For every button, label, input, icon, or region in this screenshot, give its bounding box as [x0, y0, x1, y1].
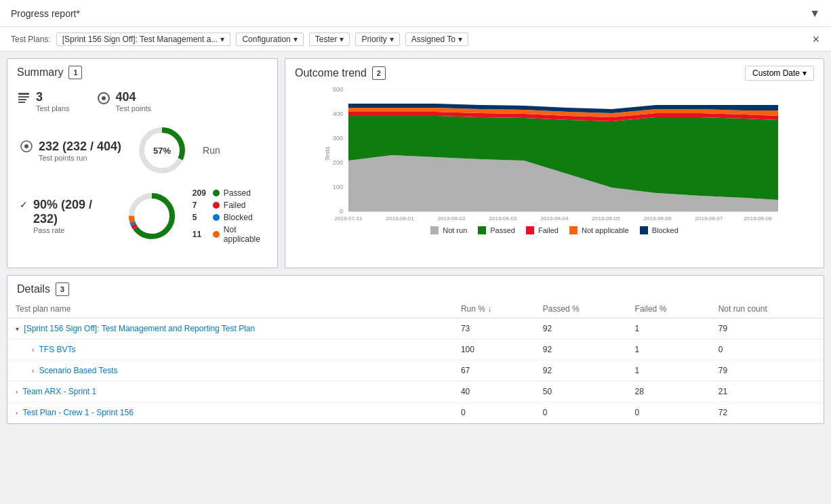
top-row: Summary 1 3 Test plans: [7, 58, 824, 268]
toolbar: Test Plans: [Sprint 156 Sign Off]: Test …: [0, 27, 831, 51]
expand-icon[interactable]: ▾: [16, 325, 19, 333]
child2-name-link[interactable]: Scenario Based Tests: [39, 366, 118, 375]
legend-passed-chart: Passed: [478, 226, 515, 234]
row3-failed: 0: [627, 402, 710, 423]
svg-text:2019-08-01: 2019-08-01: [386, 215, 414, 222]
child1-name-link[interactable]: TFS BVTs: [39, 345, 75, 354]
test-plan-filter[interactable]: [Sprint 156 Sign Off]: Test Management a…: [56, 33, 231, 46]
details-table: Test plan name Run % ↓ Passed % Failed %…: [7, 300, 824, 423]
close-button[interactable]: ✕: [812, 34, 820, 45]
details-header: Details 3: [7, 276, 824, 300]
row1-passed: 92: [535, 318, 627, 339]
checkmark-icon: ✓: [20, 199, 28, 210]
svg-rect-0: [18, 93, 29, 95]
child2-failed: 1: [627, 360, 710, 381]
pass-rate-label: Pass rate: [33, 226, 111, 234]
summary-title: Summary: [17, 66, 63, 79]
svg-text:0: 0: [340, 208, 343, 215]
pass-legend: 209 Passed 7 Failed 5 Blocked: [192, 188, 268, 244]
row1-name-link[interactable]: [Sprint 156 Sign Off]: Test Management a…: [24, 324, 255, 333]
run-percent-label: 57%: [153, 146, 171, 156]
legend-not-applicable-chart: Not applicable: [569, 226, 629, 234]
run-section: 232 (232 / 404) Test points run 57%: [17, 123, 268, 177]
custom-date-button[interactable]: Custom Date ▾: [745, 66, 814, 81]
col-test-plan-name: Test plan name: [7, 300, 453, 318]
trend-header: Outcome trend 2 Custom Date ▾: [285, 59, 824, 83]
summary-content: 3 Test plans 404 Test points: [7, 83, 277, 251]
svg-text:2019-07-31: 2019-07-31: [335, 215, 363, 222]
svg-text:2019-08-08: 2019-08-08: [744, 215, 772, 222]
expand-icon3[interactable]: ›: [16, 409, 18, 417]
pass-rate-count: 90% (209 / 232): [33, 198, 111, 226]
svg-rect-3: [18, 102, 25, 103]
blocked-dot: [213, 214, 220, 221]
summary-panel: Summary 1 3 Test plans: [7, 58, 278, 268]
test-plans-icon: [17, 91, 31, 108]
legend-passed: 209 Passed: [192, 188, 268, 198]
row3-name: › Test Plan - Crew 1 - Sprint 156: [7, 402, 453, 423]
svg-point-7: [24, 144, 28, 148]
svg-text:2019-08-05: 2019-08-05: [592, 215, 620, 222]
svg-point-5: [102, 96, 106, 100]
row2-notrun: 21: [710, 381, 824, 402]
configuration-filter[interactable]: Configuration ▾: [236, 33, 303, 46]
child1-name: › TFS BVTs: [7, 339, 453, 360]
test-plans-stat: 3 Test plans: [17, 90, 70, 112]
legend-failed: 7 Failed: [192, 201, 268, 210]
row1-name: ▾ [Sprint 156 Sign Off]: Test Management…: [7, 318, 453, 339]
svg-text:2019-08-03: 2019-08-03: [489, 215, 517, 222]
row2-failed: 28: [627, 381, 710, 402]
row2-name-link[interactable]: Team ARX - Sprint 1: [22, 387, 96, 396]
svg-text:400: 400: [333, 110, 343, 117]
row3-name-link[interactable]: Test Plan - Crew 1 - Sprint 156: [22, 408, 133, 417]
run-donut: 57%: [135, 123, 189, 177]
run-stat-label: Test points run: [39, 154, 121, 162]
child-expand-icon[interactable]: ›: [32, 346, 34, 354]
trend-header-left: Outcome trend 2: [295, 66, 386, 80]
run-stat: 232 (232 / 404) Test points run: [20, 140, 121, 162]
not-applicable-dot: [213, 231, 220, 238]
svg-rect-45: [526, 226, 534, 234]
details-number: 3: [56, 282, 69, 296]
failed-dot: [213, 202, 220, 209]
trend-number: 2: [372, 66, 386, 80]
row3-passed: 0: [535, 402, 627, 423]
filter-icon[interactable]: ▼: [809, 7, 820, 20]
svg-text:500: 500: [333, 86, 343, 93]
chart-area: 500 400 300 200 100 0 Tests: [285, 83, 824, 239]
col-run-pct[interactable]: Run % ↓: [453, 300, 535, 318]
legend-not-applicable: 11 Not applicable: [192, 225, 268, 244]
details-title: Details: [17, 283, 50, 295]
legend-blocked: 5 Blocked: [192, 213, 268, 222]
col-not-run: Not run count: [710, 300, 824, 318]
col-failed-pct: Failed %: [627, 300, 710, 318]
run-text: Run: [203, 145, 220, 156]
priority-filter[interactable]: Priority ▾: [355, 33, 399, 46]
outcome-trend-panel: Outcome trend 2 Custom Date ▾ 500 400 30…: [285, 58, 824, 268]
test-points-count: 404: [116, 90, 152, 104]
child-expand-icon2[interactable]: ›: [32, 367, 34, 375]
pass-rate-stat: ✓ 90% (209 / 232) Pass rate: [20, 198, 111, 234]
passed-dot: [213, 190, 220, 196]
tester-filter[interactable]: Tester ▾: [309, 33, 350, 46]
child2-notrun: 79: [710, 360, 824, 381]
trend-chart: 500 400 300 200 100 0 Tests: [295, 86, 814, 222]
child1-notrun: 0: [710, 339, 824, 360]
table-row: › Test Plan - Crew 1 - Sprint 156 0 0 0 …: [7, 402, 824, 423]
child1-passed: 92: [535, 339, 627, 360]
assigned-to-filter[interactable]: Assigned To ▾: [405, 33, 468, 46]
svg-rect-43: [430, 226, 439, 234]
table-row: ▾ [Sprint 156 Sign Off]: Test Management…: [7, 318, 824, 339]
expand-icon2[interactable]: ›: [16, 388, 18, 396]
run-stat-icon: [20, 140, 33, 156]
child2-run: 67: [453, 360, 535, 381]
row1-failed: 1: [627, 318, 710, 339]
row2-name: › Team ARX - Sprint 1: [7, 381, 453, 402]
child1-failed: 1: [627, 339, 710, 360]
svg-rect-1: [18, 96, 29, 98]
chart-legend: Not run Passed Failed Not applicable: [295, 224, 814, 237]
table-header-row: Test plan name Run % ↓ Passed % Failed %…: [7, 300, 824, 318]
legend-not-run: Not run: [430, 226, 467, 234]
row1-notrun: 79: [710, 318, 824, 339]
svg-text:200: 200: [333, 159, 343, 166]
